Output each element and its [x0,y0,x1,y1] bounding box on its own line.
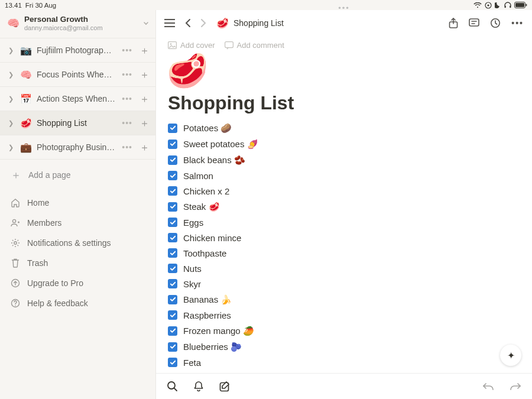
checkbox[interactable] [168,124,177,133]
checkbox[interactable] [168,140,177,149]
checkbox[interactable] [168,358,177,367]
search-icon[interactable] [167,381,178,392]
page-add-icon[interactable]: ＋ [138,44,151,57]
undo-icon[interactable] [482,382,494,391]
todo-item[interactable]: Raspberries [168,307,520,323]
checkbox[interactable] [168,155,177,165]
svg-rect-6 [526,4,527,7]
checkbox[interactable] [168,295,177,304]
checkbox[interactable] [168,279,177,288]
page-title[interactable]: Shopping List [156,91,532,120]
history-icon[interactable] [490,18,501,28]
svg-rect-13 [469,19,479,26]
todo-item[interactable]: Potatoes 🥔 [168,120,520,136]
sidebar-page-0[interactable]: ❯📷Fujfiilm Photography …•••＋ [0,38,155,62]
todo-item[interactable]: Frozen mango 🥭 [168,323,520,339]
todo-item[interactable]: Blueberries 🫐 [168,339,520,355]
forward-button[interactable] [200,18,207,28]
todo-text: Chicken x 2 [183,186,229,196]
todo-item[interactable]: Nuts [168,261,520,276]
add-page-button[interactable]: ＋ Add a page [0,160,155,190]
checkbox[interactable] [168,218,177,227]
checkbox[interactable] [168,186,177,196]
svg-rect-17 [225,41,233,47]
page-icon: 🧠 [20,69,32,80]
todo-text: Frozen mango 🥭 [183,326,254,336]
todo-text: Sweet potatoes 🍠 [183,139,258,150]
nav-members[interactable]: Members [0,213,155,233]
page-add-icon[interactable]: ＋ [138,68,151,82]
breadcrumb[interactable]: 🥩 Shopping List [216,17,284,30]
nav-label: Upgrade to Pro [27,278,83,288]
status-time: 13.41 [5,2,22,9]
more-icon[interactable]: ••• [511,18,524,28]
workspace-switcher[interactable]: 🧠 Personal Growth danny.maiorca@gmail.co… [0,10,155,38]
checkbox[interactable] [168,233,177,242]
page-add-icon[interactable]: ＋ [138,141,151,154]
page-more-icon[interactable]: ••• [121,70,134,79]
page-more-icon[interactable]: ••• [121,118,134,128]
todo-text: Black beans 🫘 [183,155,245,166]
todo-item[interactable]: Skyr [168,276,520,291]
sidebar-page-1[interactable]: ❯🧠Focus Points When I'…•••＋ [0,63,155,86]
todo-item[interactable]: Bananas 🍌 [168,291,520,307]
sidebar-page-3[interactable]: ❯🥩Shopping List•••＋ [0,111,155,135]
checkbox[interactable] [168,202,177,212]
todo-item[interactable]: Chicken x 2 [168,183,520,199]
todo-item[interactable]: Steak 🥩 [168,199,520,215]
chevron-right-icon[interactable]: ❯ [8,95,15,103]
sidebar-page-4[interactable]: ❯💼Photography Busines…•••＋ [0,135,155,159]
todo-text: Steak 🥩 [183,202,220,212]
comments-icon[interactable] [469,18,479,28]
checkbox[interactable] [168,264,177,273]
redo-icon[interactable] [510,382,521,391]
nav-help[interactable]: Help & feedback [0,293,155,313]
back-button[interactable] [184,18,191,28]
nav-label: Members [27,218,61,228]
page-icon: 📷 [20,45,32,56]
todo-item[interactable]: Sweet potatoes 🍠 [168,136,520,152]
nav-upgrade[interactable]: Upgrade to Pro [0,273,155,293]
todo-text: Bananas 🍌 [183,294,232,305]
chevron-right-icon[interactable]: ❯ [8,119,15,127]
ai-fab-button[interactable]: ✦ [500,345,521,366]
add-cover-button[interactable]: Add cover [168,41,215,50]
page-more-icon[interactable]: ••• [121,46,134,55]
checkbox[interactable] [168,248,177,258]
add-comment-button[interactable]: Add comment [225,41,284,50]
page-label: Photography Busines… [37,142,116,152]
checkbox[interactable] [168,342,177,352]
checkbox[interactable] [168,171,177,180]
todo-item[interactable]: Eggs [168,215,520,230]
page-add-icon[interactable]: ＋ [138,116,151,130]
page-more-icon[interactable]: ••• [121,142,134,152]
breadcrumb-icon: 🥩 [216,17,229,30]
chevron-right-icon[interactable]: ❯ [8,144,15,151]
workspace-icon: 🧠 [7,18,20,28]
nav-label: Home [27,198,49,207]
page-icon[interactable]: 🥩 [156,54,532,91]
menu-icon[interactable] [164,19,175,27]
checkbox[interactable] [168,310,177,320]
sync-icon [485,2,492,9]
share-icon[interactable] [449,18,458,28]
todo-item[interactable]: Black beans 🫘 [168,152,520,168]
checkbox[interactable] [168,326,177,336]
nav-settings[interactable]: Notifications & settings [0,233,155,253]
svg-rect-2 [505,6,506,8]
todo-item[interactable]: Salmon [168,168,520,183]
todo-item[interactable]: Feta [168,355,520,370]
compose-icon[interactable] [219,381,231,392]
chevron-right-icon[interactable]: ❯ [8,47,15,54]
sidebar-page-2[interactable]: ❯📅Action Steps When B…•••＋ [0,87,155,111]
nav-trash[interactable]: Trash [0,253,155,273]
page-add-icon[interactable]: ＋ [138,92,151,106]
page-more-icon[interactable]: ••• [121,94,134,103]
drag-handle-icon[interactable]: ••• [338,4,350,12]
todo-item[interactable]: Chicken mince [168,230,520,245]
nav-home[interactable]: Home [0,193,155,213]
todo-item[interactable]: Toothpaste [168,245,520,261]
chevron-right-icon[interactable]: ❯ [8,71,15,79]
notifications-icon[interactable] [193,381,204,392]
todo-text: Salmon [183,171,213,181]
